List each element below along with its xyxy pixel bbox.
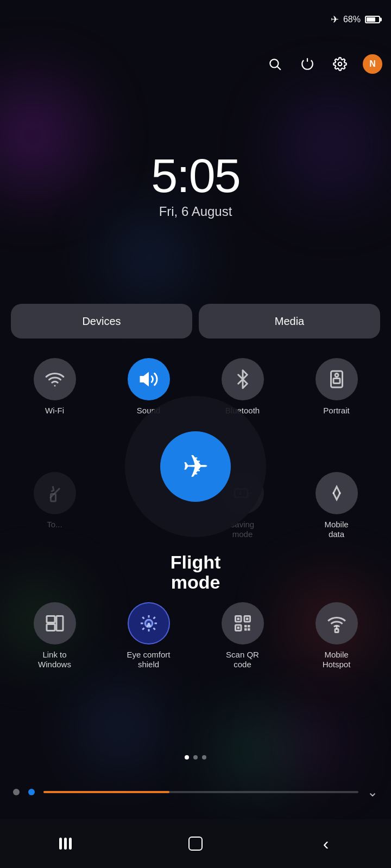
svg-point-3 bbox=[54, 385, 55, 387]
tile-torch[interactable]: To... bbox=[11, 472, 98, 539]
status-bar: ✈ 68% bbox=[0, 0, 391, 33]
hotspot-icon-wrap bbox=[316, 602, 358, 644]
flight-circle-bg: ✈ bbox=[125, 396, 266, 537]
battery-icon bbox=[365, 16, 380, 23]
airplane-mode-icon: ✈ bbox=[331, 14, 339, 25]
page-dot-1 bbox=[185, 755, 189, 760]
tab-devices[interactable]: Devices bbox=[11, 304, 192, 339]
svg-text:A: A bbox=[147, 622, 150, 628]
tile-linktowindows[interactable]: Link toWindows bbox=[11, 602, 98, 669]
tile-eyecomfort[interactable]: A Eye comfortshield bbox=[105, 602, 192, 669]
scroll-dot-2 bbox=[28, 789, 35, 795]
scanqr-label: Scan QRcode bbox=[226, 650, 259, 669]
scroll-progress-track[interactable] bbox=[43, 791, 358, 793]
tab-media[interactable]: Media bbox=[199, 304, 380, 339]
mobiledata-label: Mobiledata bbox=[324, 520, 348, 539]
svg-marker-4 bbox=[141, 374, 148, 385]
nav-back-button[interactable]: ‹ bbox=[304, 827, 348, 860]
svg-point-6 bbox=[335, 374, 338, 377]
mobiledata-icon-wrap bbox=[316, 472, 358, 514]
svg-point-0 bbox=[270, 59, 278, 67]
svg-line-22 bbox=[142, 628, 144, 629]
quick-icons-row: N bbox=[265, 54, 382, 74]
chevron-down-icon[interactable]: ⌄ bbox=[367, 784, 378, 800]
svg-line-21 bbox=[153, 617, 155, 618]
home-square-icon bbox=[188, 837, 203, 851]
tab-row: Devices Media bbox=[11, 304, 380, 339]
clock-display: 5:05 Fri, 6 August bbox=[0, 152, 391, 219]
svg-rect-35 bbox=[335, 629, 338, 633]
battery-percent: 68% bbox=[343, 15, 361, 24]
tile-portrait[interactable]: Portrait bbox=[293, 358, 380, 416]
navigation-bar: ‹ bbox=[0, 819, 391, 868]
svg-rect-7 bbox=[333, 379, 340, 384]
tiles-row-3: Link toWindows A Eye comfortshield bbox=[11, 602, 380, 669]
scanqr-icon-wrap bbox=[222, 602, 264, 644]
wifi-icon-wrap bbox=[34, 358, 76, 400]
page-dot-3 bbox=[202, 755, 206, 760]
svg-line-20 bbox=[153, 628, 155, 629]
svg-line-1 bbox=[278, 67, 281, 70]
svg-rect-28 bbox=[237, 618, 239, 621]
svg-rect-31 bbox=[244, 625, 247, 628]
power-button[interactable] bbox=[298, 54, 317, 74]
tile-mobiledata[interactable]: Mobiledata bbox=[293, 472, 380, 539]
svg-rect-34 bbox=[248, 628, 250, 631]
flight-mode-overlay[interactable]: ✈ Flightmode bbox=[125, 396, 266, 593]
svg-rect-11 bbox=[47, 616, 55, 623]
page-dots bbox=[0, 755, 391, 760]
flight-mode-label: Flightmode bbox=[171, 552, 221, 593]
page-dot-2 bbox=[193, 755, 198, 760]
clock-time: 5:05 bbox=[0, 152, 391, 200]
svg-rect-33 bbox=[244, 628, 247, 631]
eyecomfort-label: Eye comfortshield bbox=[127, 650, 170, 669]
flight-icon: ✈ bbox=[160, 431, 231, 502]
hotspot-label: MobileHotspot bbox=[323, 650, 351, 669]
svg-rect-12 bbox=[47, 624, 55, 631]
svg-rect-32 bbox=[248, 625, 250, 628]
bottom-bar-area: ⌄ bbox=[0, 770, 391, 814]
tile-wifi[interactable]: Wi-Fi bbox=[11, 358, 98, 416]
wifi-label: Wi-Fi bbox=[45, 406, 64, 416]
tile-scanqr[interactable]: Scan QRcode bbox=[199, 602, 286, 669]
clock-date: Fri, 6 August bbox=[0, 204, 391, 219]
svg-rect-30 bbox=[237, 627, 239, 629]
eyecomfort-icon-wrap: A bbox=[128, 602, 170, 644]
torch-icon-wrap bbox=[34, 472, 76, 514]
bluetooth-icon-wrap bbox=[222, 358, 264, 400]
tile-hotspot[interactable]: MobileHotspot bbox=[293, 602, 380, 669]
svg-point-2 bbox=[338, 62, 342, 66]
search-button[interactable] bbox=[265, 54, 285, 74]
settings-button[interactable] bbox=[330, 54, 350, 74]
sound-icon-wrap bbox=[128, 358, 170, 400]
svg-line-19 bbox=[142, 617, 144, 618]
svg-rect-13 bbox=[56, 616, 63, 631]
nav-home-button[interactable] bbox=[174, 827, 217, 860]
nav-recents-button[interactable] bbox=[43, 827, 87, 860]
back-chevron-icon: ‹ bbox=[323, 834, 329, 854]
torch-label: To... bbox=[47, 520, 62, 529]
scroll-dot-1 bbox=[13, 789, 20, 795]
linktowindows-icon-wrap bbox=[34, 602, 76, 644]
scroll-progress-fill bbox=[43, 791, 169, 793]
portrait-label: Portrait bbox=[323, 406, 349, 416]
svg-rect-29 bbox=[246, 618, 249, 621]
portrait-icon-wrap bbox=[316, 358, 358, 400]
user-avatar[interactable]: N bbox=[363, 54, 382, 74]
linktowindows-label: Link toWindows bbox=[38, 650, 71, 669]
